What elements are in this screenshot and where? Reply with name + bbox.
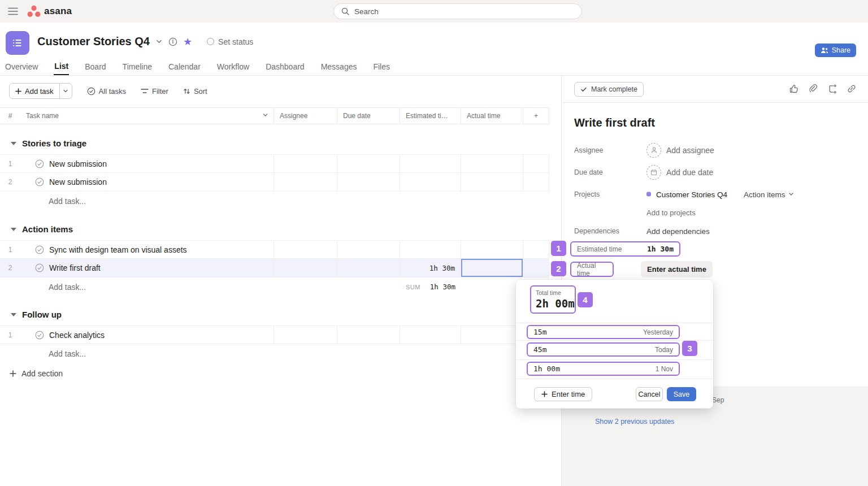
tab-list[interactable]: List: [54, 58, 69, 75]
task-title[interactable]: Write first draft: [574, 116, 655, 129]
due-date-cell[interactable]: [337, 259, 400, 277]
add-dependencies-button[interactable]: Add dependencies: [646, 227, 710, 235]
estimated-time-cell[interactable]: [400, 155, 461, 172]
show-previous-updates-link[interactable]: Show 2 previous updates: [595, 418, 674, 426]
asana-logo[interactable]: asana: [27, 5, 72, 18]
column-header-estimated-time[interactable]: Estimated ti…: [400, 108, 461, 124]
add-assignee-button[interactable]: Add assignee: [666, 146, 714, 155]
mark-complete-button[interactable]: Mark complete: [574, 82, 644, 97]
project-link[interactable]: Customer Stories Q4: [656, 190, 727, 198]
set-status-button[interactable]: Set status: [207, 37, 253, 46]
tab-messages[interactable]: Messages: [320, 58, 358, 75]
add-assignee-icon[interactable]: [646, 143, 661, 158]
actual-time-cell[interactable]: [461, 241, 523, 258]
add-task-placeholder[interactable]: Add task...: [20, 344, 274, 363]
section-title[interactable]: Action items: [22, 224, 73, 234]
tab-board[interactable]: Board: [84, 58, 106, 75]
due-date-cell[interactable]: [337, 326, 400, 344]
column-header-due-date[interactable]: Due date: [337, 108, 400, 124]
project-icon[interactable]: [6, 31, 29, 55]
task-check-icon[interactable]: [35, 159, 44, 168]
task-check-icon[interactable]: [35, 245, 44, 254]
tab-workflow[interactable]: Workflow: [216, 58, 250, 75]
due-date-cell[interactable]: [337, 241, 400, 258]
enter-time-button[interactable]: Enter time: [534, 387, 592, 401]
table-row[interactable]: 1 Sync with design team on visual assets: [0, 240, 549, 259]
time-entry-field[interactable]: 45m Today: [527, 342, 680, 357]
cancel-button[interactable]: Cancel: [636, 387, 663, 401]
share-button[interactable]: Share: [815, 44, 856, 57]
attachment-icon[interactable]: [808, 84, 818, 94]
chevron-down-icon[interactable]: [262, 112, 268, 120]
tab-files[interactable]: Files: [372, 58, 390, 75]
star-icon[interactable]: ★: [183, 37, 192, 47]
column-header-task-name[interactable]: Task name: [20, 108, 274, 124]
table-row[interactable]: 2 New submission: [0, 173, 549, 192]
task-name[interactable]: Write first draft: [49, 263, 101, 272]
actual-time-cell[interactable]: [461, 326, 523, 344]
assignee-cell[interactable]: [274, 155, 337, 172]
filter-button[interactable]: Filter: [141, 87, 168, 96]
task-check-icon[interactable]: [35, 263, 44, 272]
task-name[interactable]: Sync with design team on visual assets: [49, 245, 187, 254]
estimated-time-cell[interactable]: [400, 326, 461, 344]
task-name[interactable]: Check analytics: [49, 331, 105, 340]
actual-time-cell[interactable]: [461, 173, 523, 191]
table-row[interactable]: 1 Check analytics: [0, 326, 549, 344]
table-row[interactable]: 1 New submission: [0, 154, 549, 173]
task-check-icon[interactable]: [35, 331, 44, 340]
add-task-row[interactable]: Add task...: [0, 344, 549, 363]
time-entry-field[interactable]: 1h 00m 1 Nov: [527, 362, 680, 376]
subtasks-icon[interactable]: [827, 84, 837, 94]
add-task-placeholder[interactable]: Add task...: [20, 192, 274, 210]
assignee-cell[interactable]: [274, 173, 337, 191]
save-button[interactable]: Save: [667, 387, 696, 401]
actual-time-cell[interactable]: [461, 155, 523, 172]
add-task-row[interactable]: Add task... SUM 1h 30m: [0, 277, 549, 296]
tab-overview[interactable]: Overview: [5, 58, 38, 75]
add-due-date-button[interactable]: Add due date: [666, 168, 713, 177]
hamburger-menu-icon[interactable]: [6, 4, 20, 19]
time-entry-field[interactable]: 15m Yesterday: [527, 325, 680, 339]
section-collapse-icon[interactable]: [11, 228, 16, 231]
actual-time-cell-selected[interactable]: [461, 259, 523, 277]
copy-link-icon[interactable]: [847, 84, 857, 94]
task-name[interactable]: New submission: [49, 159, 107, 168]
column-header-assignee[interactable]: Assignee: [274, 108, 337, 124]
tab-dashboard[interactable]: Dashboard: [265, 58, 305, 75]
add-due-date-icon[interactable]: [646, 165, 661, 180]
estimated-time-cell[interactable]: [400, 241, 461, 258]
due-date-cell[interactable]: [337, 173, 400, 191]
due-date-cell[interactable]: [337, 155, 400, 172]
estimated-time-field[interactable]: Estimated time 1h 30m: [570, 241, 680, 257]
assignee-cell[interactable]: [274, 326, 337, 344]
tab-calendar[interactable]: Calendar: [168, 58, 201, 75]
search-input[interactable]: Search: [333, 3, 582, 19]
info-icon[interactable]: [168, 37, 177, 46]
section-collapse-icon[interactable]: [11, 313, 16, 316]
section-title[interactable]: Stories to triage: [22, 138, 86, 148]
project-title-chevron-icon[interactable]: [155, 38, 163, 45]
section-collapse-icon[interactable]: [11, 142, 16, 145]
assignee-cell[interactable]: [274, 241, 337, 258]
add-task-placeholder[interactable]: Add task...: [20, 277, 274, 296]
add-task-button[interactable]: Add task: [9, 83, 72, 99]
project-section-dropdown[interactable]: Action items: [744, 190, 794, 198]
add-section-button[interactable]: Add section: [10, 369, 63, 378]
tab-timeline[interactable]: Timeline: [122, 58, 153, 75]
enter-actual-time-button[interactable]: Enter actual time: [641, 261, 713, 277]
task-name[interactable]: New submission: [49, 177, 107, 186]
like-icon[interactable]: [789, 84, 799, 94]
actual-time-field[interactable]: Actual time: [570, 262, 614, 277]
sort-button[interactable]: Sort: [183, 87, 207, 96]
task-check-icon[interactable]: [35, 177, 44, 186]
add-task-dropdown[interactable]: [59, 84, 72, 98]
section-title[interactable]: Follow up: [22, 310, 62, 319]
all-tasks-filter[interactable]: All tasks: [87, 87, 126, 96]
add-column-button[interactable]: +: [523, 108, 549, 124]
add-to-projects-button[interactable]: Add to projects: [646, 208, 696, 216]
estimated-time-cell[interactable]: 1h 30m: [400, 259, 461, 277]
estimated-time-cell[interactable]: [400, 173, 461, 191]
column-header-actual-time[interactable]: Actual time: [461, 108, 523, 124]
table-row-selected[interactable]: 2 Write first draft 1h 30m: [0, 259, 549, 277]
